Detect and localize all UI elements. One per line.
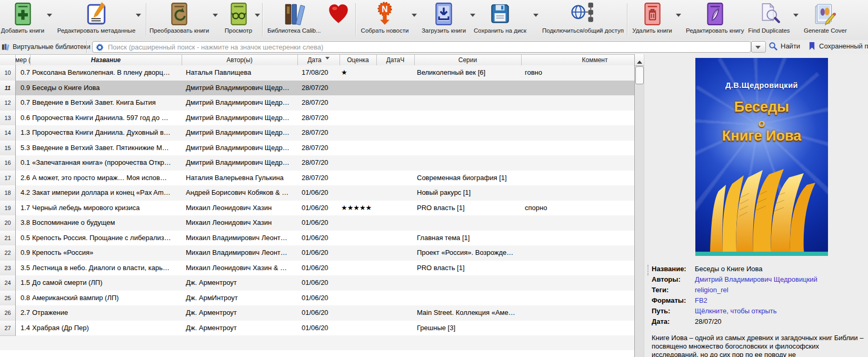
- cover-title-line1: Беседы: [695, 99, 828, 115]
- table-row[interactable]: 160.1«Запечатанная книга» (пророчества О…: [0, 155, 634, 171]
- splitter-grip[interactable]: [647, 265, 648, 275]
- table-row[interactable]: 233.5Лестница в небо. Диалоги о власти, …: [0, 261, 634, 276]
- table-row[interactable]: 130.6Пророчества Книги Даниила. 597 год …: [0, 111, 634, 126]
- chevron-down-icon[interactable]: [213, 14, 218, 19]
- table-row[interactable]: 271.4Храбрая (Др Пер)Дж. Арментроут01/06…: [0, 321, 634, 336]
- cell-rownum: 10: [0, 65, 16, 81]
- vertical-scrollbar[interactable]: [634, 54, 644, 357]
- toolbar-button-get-books[interactable]: Загрузить книги: [421, 2, 466, 39]
- bookmark-icon: [809, 42, 815, 51]
- table-row[interactable]: 155.3Введение в Ветхий Завет. Пятикнижие…: [0, 141, 634, 156]
- toolbar-button-remove-books[interactable]: Удалить книги: [632, 2, 672, 39]
- column-header-date[interactable]: Дата: [297, 55, 340, 65]
- gear-icon[interactable]: [96, 43, 104, 51]
- toolbar-button-generate-cover[interactable]: Generate Cover: [804, 2, 846, 39]
- column-header-title[interactable]: Название: [30, 55, 182, 65]
- field-label-date: Дата:: [652, 316, 695, 327]
- saved-search-button[interactable]: Сохраненный поиск: [809, 42, 868, 51]
- path-link[interactable]: Щёлкните, чтобы открыть: [695, 306, 862, 316]
- cell-date: 17/08/20: [297, 65, 344, 81]
- chevron-down-icon[interactable]: [676, 14, 681, 19]
- table-row[interactable]: 220.9Крепость «Россия»Михаил Владимирови…: [0, 245, 634, 261]
- chevron-down-icon[interactable]: [136, 14, 141, 19]
- cell-rating: [340, 305, 378, 321]
- table-row[interactable]: 172.6А может, это просто мираж… Моя испо…: [0, 171, 634, 186]
- search-history-dropdown[interactable]: [751, 41, 766, 53]
- cell-title: Черный лебедь мирового кризиса: [30, 201, 184, 216]
- cell-date: 01/06/20: [297, 185, 344, 201]
- toolbar-separator: [146, 3, 147, 36]
- scroll-up-arrow-icon[interactable]: [635, 54, 644, 66]
- toolbar-button-convert-books[interactable]: Преобразовать книги: [149, 2, 208, 39]
- table-row[interactable]: 203.8Воспоминание о будущемМихаил Леонид…: [0, 215, 634, 231]
- cell-date_read: [376, 141, 414, 156]
- table-row[interactable]: 262.7ОтражениеДж. Арментроут01/06/20Main…: [0, 305, 634, 321]
- cell-date: 28/07/20: [297, 141, 344, 156]
- column-header-date_read[interactable]: ДатаЧ: [376, 55, 415, 65]
- table-row[interactable]: 191.7Черный лебедь мирового кризисаМихаи…: [0, 201, 634, 216]
- cell-title: Введение в Ветхий Завет. Книга Бытия: [30, 95, 184, 111]
- toolbar-button-label: Загрузить книги: [421, 27, 466, 34]
- table-row[interactable]: 250.8Американский вампир (ЛП)Дж. АрмИнтр…: [0, 291, 634, 306]
- toolbar-button-label: Подключиться/общий доступ: [542, 27, 622, 34]
- author-link[interactable]: Дмитрий Владимирович Щедровицкий: [695, 274, 862, 285]
- table-row[interactable]: 120.7Введение в Ветхий Завет. Книга Быти…: [0, 95, 634, 111]
- format-link[interactable]: FB2: [695, 295, 862, 306]
- book-description: Книге Иова – одной из самых древних и за…: [652, 334, 865, 357]
- search-placeholder: Поиск (расширенный поиск - нажмите на зн…: [108, 43, 323, 51]
- column-header-comment[interactable]: Коммент: [521, 55, 634, 65]
- cell-date: 28/07/20: [297, 95, 344, 111]
- toolbar-button-fetch-news[interactable]: NСобрать новости: [361, 2, 409, 39]
- toolbar-button-label: Просмотр: [221, 27, 256, 34]
- cell-series: Проект «Россия». Возрожде…: [414, 245, 524, 261]
- column-header-series[interactable]: Серии: [414, 55, 522, 65]
- toolbar-button-add-books[interactable]: Добавить книги: [1, 2, 45, 39]
- field-label-title: Название:: [652, 264, 695, 274]
- table-row[interactable]: 184.2Закат империи доллара и конец «Pax …: [0, 185, 634, 201]
- virtual-libraries-button[interactable]: Виртуальные библиотеки: [2, 41, 91, 53]
- cell-title: Крепость «Россия»: [30, 245, 184, 261]
- cell-authors: Дж. Арментроут: [182, 305, 302, 321]
- toolbar-button-donate-heart[interactable]: [326, 2, 351, 39]
- toolbar-button-view[interactable]: Просмотр: [221, 2, 256, 39]
- cell-series: [414, 215, 524, 231]
- search-row: Виртуальные библиотеки Поиск (расширенны…: [0, 40, 868, 54]
- scrollbar-thumb[interactable]: [635, 66, 644, 84]
- cell-rownum: 14: [0, 125, 16, 141]
- table-row[interactable]: 110.9Беседы о Книге ИоваДмитрий Владимир…: [0, 81, 634, 96]
- cell-series: Новый ракурс [1]: [414, 185, 524, 201]
- toolbar-button-find-duplicates[interactable]: Find Duplicates: [746, 2, 792, 39]
- cell-rating: ★★★★★: [340, 201, 378, 216]
- toolbar-button-calibre-library[interactable]: Библиотека Calib...: [267, 2, 320, 39]
- column-header-rownum[interactable]: [0, 55, 16, 65]
- table-row[interactable]: 100.7Роксолана Великолепная. В плену дво…: [0, 65, 634, 81]
- chevron-down-icon[interactable]: [412, 14, 417, 19]
- toolbar-button-connect-share[interactable]: Подключиться/общий доступ: [542, 2, 622, 39]
- chevron-down-icon[interactable]: [255, 14, 260, 19]
- toolbar-button-edit-book[interactable]: Редактировать книгу: [686, 2, 744, 39]
- cell-date: 28/07/20: [297, 81, 344, 96]
- column-header-size[interactable]: мер (: [15, 55, 31, 65]
- cell-authors: Михаил Владимирович Леонт…: [182, 231, 302, 246]
- table-row[interactable]: 241.5До самой смерти (ЛП)Дж. Арментроут0…: [0, 275, 634, 291]
- search-input[interactable]: Поиск (расширенный поиск - нажмите на зн…: [92, 41, 751, 53]
- cell-rownum: 17: [0, 171, 16, 186]
- find-button[interactable]: Найти: [769, 42, 800, 51]
- toolbar-button-save-to-disk[interactable]: Сохранить на диск: [468, 2, 532, 39]
- chevron-down-icon[interactable]: [533, 14, 538, 19]
- cell-date_read: [376, 95, 414, 111]
- cell-authors: Дмитрий Владимирович Щедр…: [182, 111, 302, 126]
- book-cover[interactable]: Д.В.Щедровицкий Беседы о Книге Иова: [695, 58, 828, 256]
- column-header-rating[interactable]: Оценка: [340, 55, 377, 65]
- tag-link[interactable]: religion_rel: [695, 285, 862, 295]
- column-header-authors[interactable]: Автор(ы): [182, 55, 298, 65]
- chevron-down-icon[interactable]: [47, 14, 52, 19]
- cell-series: [414, 275, 524, 291]
- donate-heart-icon: [326, 2, 351, 27]
- chevron-down-icon[interactable]: [793, 14, 799, 19]
- toolbar-separator: [355, 3, 356, 36]
- table-row[interactable]: 210.5Крепость Россия. Прощание с либерал…: [0, 231, 634, 246]
- cell-authors: Наталья Павлищева: [182, 65, 302, 81]
- toolbar-button-edit-metadata[interactable]: Редактировать метаданные: [57, 2, 136, 39]
- table-row[interactable]: 141.3Пророчества Книги Даниила. Духовный…: [0, 125, 634, 141]
